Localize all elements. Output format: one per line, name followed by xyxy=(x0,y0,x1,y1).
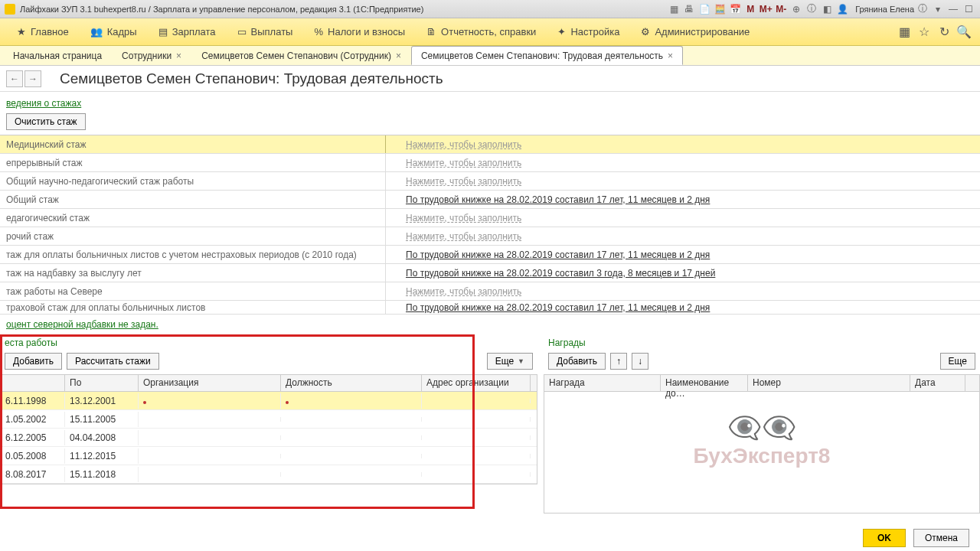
minimize-icon[interactable]: — xyxy=(946,2,960,16)
col-number[interactable]: Номер xyxy=(748,375,910,391)
menu-salary[interactable]: ▤Зарплата xyxy=(148,18,227,45)
stazh-row[interactable]: Медицинский стажНажмите, чтобы заполнить xyxy=(0,135,980,154)
favorite-icon[interactable]: ☆ xyxy=(914,22,934,42)
stazh-label: рочий стаж xyxy=(0,227,386,245)
tb-icon[interactable]: 🖶 xyxy=(682,2,696,16)
stazh-row[interactable]: едагогический стажНажмите, чтобы заполни… xyxy=(0,209,980,227)
more-button[interactable]: Еще▼ xyxy=(487,353,533,370)
more-button[interactable]: Еще xyxy=(940,353,975,370)
tb-icon[interactable]: ⓘ xyxy=(805,2,818,16)
stazh-row[interactable]: епрерывный стажНажмите, чтобы заполнить xyxy=(0,154,980,172)
app-icon xyxy=(5,4,15,15)
search-icon[interactable]: 🔍 xyxy=(954,22,974,42)
awards-title: Награды xyxy=(544,334,980,353)
tb-icon[interactable]: 🧮 xyxy=(713,2,727,16)
tab-label: Семицветов Семен Степанович: Трудовая де… xyxy=(421,51,663,61)
stazh-value-link[interactable]: По трудовой книжке на 28.02.2019 состави… xyxy=(406,268,715,279)
stazh-row[interactable]: таж для оплаты больничных листов с учето… xyxy=(0,246,980,264)
col-position[interactable]: Должность xyxy=(281,375,422,391)
dropdown-icon[interactable]: ▾ xyxy=(931,2,945,16)
stazh-row[interactable]: рочий стажНажмите, чтобы заполнить xyxy=(0,227,980,246)
tab[interactable]: Семицветов Семен Степанович (Сотрудник)× xyxy=(191,46,411,65)
table-row[interactable]: 0.05.200811.12.2015 xyxy=(1,447,537,465)
user-name: Грянина Елена xyxy=(855,5,914,14)
menu-settings[interactable]: ✦Настройка xyxy=(547,18,630,45)
stazh-value-link[interactable]: По трудовой книжке на 28.02.2019 состави… xyxy=(406,194,710,205)
stazh-label: таж работы на Севере xyxy=(0,282,386,300)
page-title: Семицветов Семен Степанович: Трудовая де… xyxy=(60,70,443,87)
close-icon[interactable]: × xyxy=(668,51,673,61)
col-award[interactable]: Награда xyxy=(544,375,661,391)
menu-personnel[interactable]: 👥Кадры xyxy=(80,18,148,45)
stazh-row[interactable]: таж на надбавку за выслугу летПо трудово… xyxy=(0,264,980,282)
col-date[interactable]: Дата xyxy=(910,375,965,391)
close-icon[interactable]: × xyxy=(396,51,401,61)
menu-main[interactable]: ★Главное xyxy=(6,18,80,45)
menu-admin[interactable]: ⚙Администрирование xyxy=(630,18,760,45)
menu-payments[interactable]: ▭Выплаты xyxy=(227,18,304,45)
stazh-section-title[interactable]: ведения о стажах xyxy=(0,92,980,112)
stazh-label: Медицинский стаж xyxy=(0,135,386,153)
move-up-button[interactable]: ↑ xyxy=(610,353,627,370)
watermark: 👁‍🗨👁‍🗨 БухЭксперт8 xyxy=(694,412,831,468)
tab-label: Сотрудники xyxy=(122,51,172,61)
tb-icon[interactable]: ⊕ xyxy=(789,2,803,16)
stazh-row[interactable]: траховой стаж для оплаты больничных лист… xyxy=(0,301,980,315)
maximize-icon[interactable]: ☐ xyxy=(962,2,975,16)
northern-link[interactable]: оцент северной надбавки не задан. xyxy=(0,315,980,334)
stazh-value-link[interactable]: Нажмите, чтобы заполнить xyxy=(406,213,521,223)
tab[interactable]: Начальная страница xyxy=(3,46,112,65)
clear-stazh-button[interactable]: Очистить стаж xyxy=(6,113,86,130)
add-award-button[interactable]: Добавить xyxy=(548,353,606,370)
menu-reports[interactable]: 🗎Отчетность, справки xyxy=(416,18,547,45)
nav-forward[interactable]: → xyxy=(24,70,41,87)
stazh-value-link[interactable]: Нажмите, чтобы заполнить xyxy=(406,139,521,150)
tb-icon[interactable]: M- xyxy=(774,2,788,16)
table-row[interactable]: 6.12.200504.04.2008 xyxy=(1,429,537,447)
stazh-value-link[interactable]: По трудовой книжке на 28.02.2019 состави… xyxy=(406,302,710,313)
tab-label: Семицветов Семен Степанович (Сотрудник) xyxy=(201,51,391,61)
stazh-value-link[interactable]: Нажмите, чтобы заполнить xyxy=(406,286,521,297)
stazh-value-link[interactable]: Нажмите, чтобы заполнить xyxy=(406,231,521,242)
tb-icon[interactable]: M xyxy=(743,2,757,16)
stazh-row[interactable]: таж работы на СевереНажмите, чтобы запол… xyxy=(0,282,980,301)
tb-icon[interactable]: ▦ xyxy=(667,2,681,16)
col-from[interactable] xyxy=(1,375,65,391)
nav-back[interactable]: ← xyxy=(6,70,23,87)
stazh-value-link[interactable]: Нажмите, чтобы заполнить xyxy=(406,158,521,168)
apps-icon[interactable]: ▦ xyxy=(894,22,914,42)
history-icon[interactable]: ↻ xyxy=(934,22,954,42)
stazh-label: Общий научно-педагогический стаж работы xyxy=(0,172,386,190)
table-row[interactable]: 1.05.200215.11.2005 xyxy=(1,410,537,429)
stazh-value-link[interactable]: Нажмите, чтобы заполнить xyxy=(406,176,521,187)
table-row[interactable]: 6.11.199813.12.2001 xyxy=(1,392,537,410)
tb-icon[interactable]: 📅 xyxy=(728,2,742,16)
col-org[interactable]: Организация xyxy=(139,375,281,391)
col-to[interactable]: По xyxy=(65,375,139,391)
stazh-row[interactable]: Общий научно-педагогический стаж работыН… xyxy=(0,172,980,191)
stazh-label: епрерывный стаж xyxy=(0,154,386,171)
user-icon: 👤 xyxy=(835,2,849,16)
menu-taxes[interactable]: %Налоги и взносы xyxy=(303,18,416,45)
table-row[interactable]: 8.08.201715.11.2018 xyxy=(1,465,537,484)
stazh-label: Общий стаж xyxy=(0,191,386,208)
tb-icon[interactable]: 📄 xyxy=(697,2,711,16)
add-workplace-button[interactable]: Добавить xyxy=(5,353,62,370)
tb-icon[interactable]: M+ xyxy=(759,2,773,16)
window-title: Лайфхаки ЗУП 3.1 buhexpert8.ru / Зарплат… xyxy=(20,5,423,14)
workplaces-title: еста работы xyxy=(0,334,537,353)
stazh-label: траховой стаж для оплаты больничных лист… xyxy=(0,301,386,314)
col-docname[interactable]: Наименование до… xyxy=(661,375,748,391)
stazh-row[interactable]: Общий стажПо трудовой книжке на 28.02.20… xyxy=(0,191,980,209)
tab[interactable]: Семицветов Семен Степанович: Трудовая де… xyxy=(411,46,683,65)
tb-icon[interactable]: ◧ xyxy=(820,2,834,16)
cancel-button[interactable]: Отмена xyxy=(913,529,969,547)
col-address[interactable]: Адрес организации xyxy=(422,375,531,391)
move-down-button[interactable]: ↓ xyxy=(632,353,648,370)
ok-button[interactable]: OK xyxy=(863,529,906,547)
help-icon[interactable]: ⓘ xyxy=(916,2,929,16)
stazh-value-link[interactable]: По трудовой книжке на 28.02.2019 состави… xyxy=(406,249,710,260)
close-icon[interactable]: × xyxy=(176,51,181,61)
calc-stazh-button[interactable]: Рассчитать стажи xyxy=(67,353,159,370)
tab[interactable]: Сотрудники× xyxy=(112,46,191,65)
